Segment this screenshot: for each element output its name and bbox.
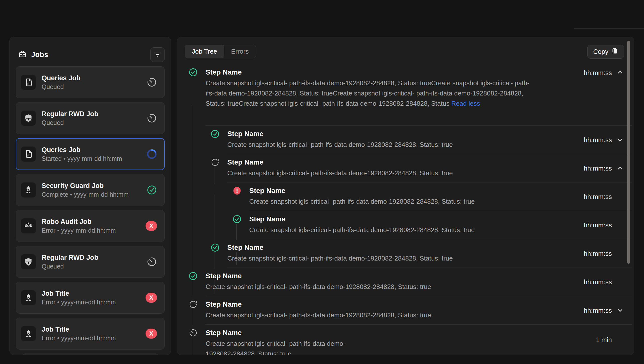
- step-description: Create snapshot igls-critical- path-ifs-…: [227, 140, 559, 150]
- job-card[interactable]: Regular RWD Job Queued: [16, 102, 165, 134]
- step-duration: hh:mm:ss: [584, 193, 612, 201]
- jobs-panel-title: Jobs: [31, 51, 48, 59]
- robot-icon: [21, 218, 36, 234]
- tab-errors[interactable]: Errors: [224, 45, 256, 58]
- filter-icon: [154, 51, 161, 59]
- step-description: Create snapshot igls-critical- path-ifs-…: [249, 225, 581, 235]
- step-description: Create snapshot igls-critical- path-ifs-…: [206, 338, 365, 355]
- error-x-badge: X: [146, 293, 157, 303]
- step-duration: hh:mm:ss: [584, 136, 612, 144]
- step-row[interactable]: Step Name Create snapshot igls-critical-…: [177, 239, 634, 268]
- job-title: Job Title: [42, 289, 140, 298]
- step-description-text: Create snapshot igls-critical- path-ifs-…: [206, 79, 529, 107]
- queued-timer-icon: [146, 256, 157, 267]
- step-running-icon: [211, 158, 219, 167]
- briefcase-icon: [18, 49, 27, 60]
- step-description: Create snapshot igls-critical- path-ifs-…: [206, 310, 537, 320]
- step-row[interactable]: Step Name Create snapshot igls-critical-…: [177, 126, 634, 154]
- step-name: Step Name: [249, 186, 584, 195]
- step-row[interactable]: Step Name Create snapshot igls-critical-…: [177, 296, 634, 325]
- job-card[interactable]: Job Title Error • yyyy-mm-dd hh:mm X: [16, 282, 165, 314]
- copy-button[interactable]: Copy: [588, 45, 624, 59]
- read-less-link[interactable]: Read less: [451, 100, 480, 107]
- security-guard-icon: [21, 326, 36, 341]
- tab-group: Job Tree Errors: [185, 45, 256, 58]
- copy-icon: [611, 47, 618, 56]
- file-chart-icon: [21, 75, 36, 90]
- step-name: Step Name: [227, 158, 584, 167]
- step-duration: hh:mm:ss: [584, 165, 612, 172]
- step-duration: hh:mm:ss: [584, 278, 612, 286]
- job-title: Job Title: [42, 325, 140, 333]
- queued-timer-icon: [146, 113, 157, 123]
- step-row[interactable]: Step Name Create snapshot igls-critical-…: [177, 211, 634, 239]
- step-description: Create snapshot igls-critical- path-ifs-…: [227, 168, 559, 178]
- job-title: Regular RWD Job: [42, 110, 141, 118]
- job-title: Queries Job: [42, 74, 141, 82]
- job-tree-panel: Job Tree Errors Copy Step Nam: [177, 37, 634, 355]
- step-tree: Step Name Create snapshot igls-critical-…: [177, 64, 634, 355]
- step-name: Step Name: [206, 272, 584, 280]
- step-row[interactable]: Step Name Create snapshot igls-critical-…: [177, 268, 634, 296]
- step-success-icon: [233, 215, 241, 223]
- step-description: Create snapshot igls-critical- path-ifs-…: [206, 78, 537, 109]
- step-row[interactable]: Step Name Create snapshot igls-critical-…: [177, 64, 634, 126]
- job-card[interactable]: Job Title Error • yyyy-mm-dd hh:mm X: [16, 318, 165, 349]
- job-title: Queries Job: [42, 146, 141, 154]
- step-success-icon: [211, 130, 219, 138]
- step-row[interactable]: Step Name Create snapshot igls-critical-…: [177, 154, 634, 182]
- job-title: Security Guard Job: [42, 182, 141, 190]
- chevron-up-icon[interactable]: [616, 165, 624, 172]
- step-name: Step Name: [206, 328, 596, 337]
- job-subtitle: Queued: [42, 119, 141, 127]
- step-pending-icon: [189, 328, 198, 337]
- job-subtitle: Queued: [42, 262, 141, 270]
- jobs-panel-header: Jobs: [10, 37, 171, 64]
- step-duration: hh:mm:ss: [584, 221, 612, 229]
- step-name: Step Name: [227, 130, 584, 138]
- step-success-icon: [189, 272, 198, 280]
- step-duration: hh:mm:ss: [584, 250, 612, 257]
- step-row[interactable]: Step Name Create snapshot igls-critical-…: [177, 182, 634, 211]
- scrollbar-thumb[interactable]: [627, 41, 630, 264]
- job-card[interactable]: Regular RWD Job Queued: [16, 246, 165, 278]
- error-x-badge: X: [146, 328, 157, 338]
- jobs-panel: Jobs: [10, 37, 171, 355]
- step-description: Create snapshot igls-critical- path-ifs-…: [206, 282, 537, 292]
- step-duration: hh:mm:ss: [584, 69, 612, 77]
- job-subtitle: Error • yyyy-mm-dd hh:mm: [42, 334, 140, 342]
- error-x-badge: X: [146, 221, 157, 231]
- security-guard-icon: [21, 182, 36, 198]
- step-success-icon: [189, 68, 198, 77]
- step-name: Step Name: [249, 215, 584, 223]
- job-title: Robo Audit Job: [42, 217, 140, 226]
- shield-icon: [21, 254, 36, 269]
- tab-job-tree[interactable]: Job Tree: [185, 45, 224, 58]
- job-list: Queries Job Queued Regular RWD Job: [10, 64, 171, 355]
- step-description: Create snapshot igls-critical- path-ifs-…: [227, 253, 559, 263]
- job-card-partial[interactable]: [22, 353, 159, 355]
- step-duration: 1 min: [596, 336, 612, 344]
- running-spinner-icon: [146, 149, 157, 159]
- chevron-down-icon[interactable]: [616, 307, 624, 314]
- step-row[interactable]: Step Name Create snapshot igls-critical-…: [177, 325, 634, 355]
- step-success-icon: [211, 243, 219, 252]
- job-card[interactable]: Security Guard Job Complete • yyyy-mm-dd…: [16, 174, 165, 206]
- step-error-icon: [233, 186, 241, 195]
- job-card-selected[interactable]: Queries Job Started • yyyy-mm-dd hh:mm: [16, 138, 165, 170]
- step-name: Step Name: [227, 243, 584, 252]
- complete-check-icon: [146, 185, 157, 195]
- job-subtitle: Error • yyyy-mm-dd hh:mm: [42, 226, 140, 235]
- job-subtitle: Error • yyyy-mm-dd hh:mm: [42, 298, 140, 306]
- step-name: Step Name: [206, 300, 584, 309]
- step-duration: hh:mm:ss: [584, 307, 612, 314]
- job-card[interactable]: Robo Audit Job Error • yyyy-mm-dd hh:mm …: [16, 210, 165, 242]
- shield-icon: [21, 110, 36, 126]
- window-divider: [574, 29, 644, 29]
- job-card[interactable]: Queries Job Queued: [16, 66, 165, 98]
- copy-button-label: Copy: [593, 48, 608, 56]
- job-subtitle: Started • yyyy-mm-dd hh:mm: [42, 155, 141, 163]
- chevron-down-icon[interactable]: [616, 137, 624, 143]
- chevron-up-icon[interactable]: [616, 69, 624, 76]
- filter-button[interactable]: [150, 47, 165, 62]
